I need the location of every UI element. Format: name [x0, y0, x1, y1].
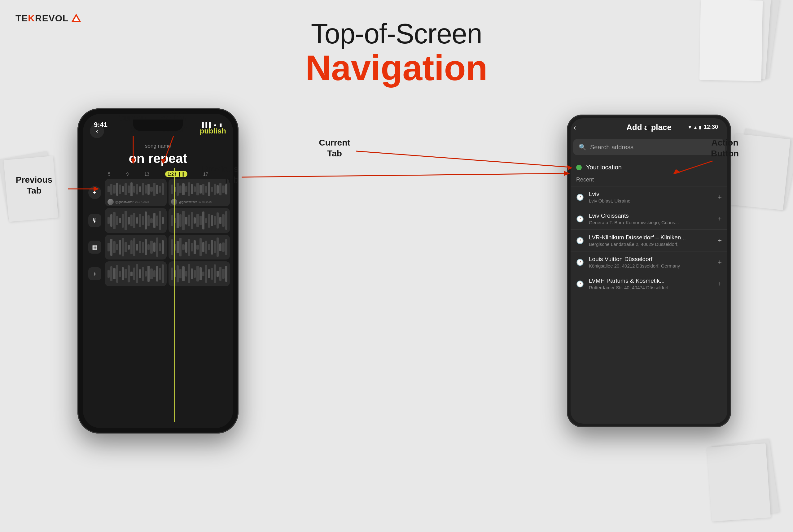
add-track-button[interactable]: + [88, 186, 101, 199]
battery-icon: ▮ [699, 125, 701, 130]
battery-icon: ▮ [219, 122, 222, 128]
add-place-button[interactable]: + [718, 215, 722, 223]
android-camera [646, 125, 652, 131]
add-place-button[interactable]: + [718, 193, 722, 201]
list-item-title: LVR-Klinikum Düsseldorf – Kliniken... [589, 234, 713, 241]
recent-section-label: Recent [571, 176, 727, 186]
your-location-text: Your location [586, 164, 622, 171]
mic-icon-button[interactable]: 🎙 [88, 214, 101, 227]
paper-tile [0, 151, 58, 221]
current-tab-arrow-android [356, 151, 570, 167]
list-item-content: Louis Vuitton Düsseldorf Königsallee 20,… [589, 256, 713, 268]
track-block-7 [105, 261, 167, 286]
timeline-marker-17: 17 [203, 172, 208, 176]
current-tab-label-android-2: Tab [327, 149, 342, 158]
list-item-subtitle: Königsallee 20, 40212 Düsseldorf, German… [589, 263, 713, 268]
track-block-1: @ghostwriter 29.07.2023 [105, 179, 167, 206]
recent-list-item[interactable]: 🕐 LVR-Klinikum Düsseldorf – Kliniken... … [571, 229, 727, 251]
recent-list-item[interactable]: 🕐 Lviv Croissants Generata T. Bora-Komor… [571, 208, 727, 229]
clock-icon: 🕐 [576, 237, 584, 244]
list-item-title: Lviv Croissants [589, 212, 713, 219]
recent-list: 🕐 Lviv Lviv Oblast, Ukraine + 🕐 Lviv Cro… [571, 186, 727, 294]
list-item-title: Louis Vuitton Düsseldorf [589, 256, 713, 263]
track-block-3 [105, 208, 167, 233]
previous-tab-label-iphone-2: Tab [27, 186, 41, 195]
list-item-title: Lviv [589, 191, 713, 197]
list-item-content: LVR-Klinikum Düsseldorf – Kliniken... Be… [589, 234, 713, 247]
timeline-marker-13: 13 [144, 172, 149, 176]
paper-tile [731, 128, 793, 209]
add-place-button[interactable]: + [718, 280, 722, 288]
previous-tab-arrow-android [242, 173, 567, 177]
wifi-icon: ▲ [212, 122, 218, 128]
mixer-icon-button[interactable]: ▦ [88, 241, 101, 253]
recent-list-item[interactable]: 🕐 Lviv Lviv Oblast, Ukraine + [571, 186, 727, 208]
clock-icon: 🕐 [576, 259, 584, 266]
iphone-time: 9:41 [94, 121, 108, 129]
track-block-6 [169, 235, 230, 260]
list-item-subtitle: Bergische Landstraße 2, 40629 Düsseldorf… [589, 242, 713, 247]
list-item-title: LVMH Parfums & Kosmetik... [589, 278, 713, 284]
recent-list-item[interactable]: 🕐 LVMH Parfums & Kosmetik... Rotterdamer… [571, 273, 727, 294]
track-block-5 [105, 235, 167, 260]
song-name-label: song name [83, 142, 233, 151]
android-mockup: ▼ ▲ ▮ 12:30 ‹ Add a place 🔍 Search addre… [567, 115, 731, 428]
android-screen: ▼ ▲ ▮ 12:30 ‹ Add a place 🔍 Search addre… [571, 118, 727, 424]
song-title: on repeat [83, 151, 233, 170]
track-username-1: @ghostwriter [115, 201, 133, 204]
clock-icon: 🕐 [576, 193, 584, 201]
location-dot-icon [576, 165, 582, 170]
timeline-cursor [174, 168, 175, 422]
track-date-1: 29.07.2023 [135, 201, 149, 204]
list-item-subtitle: Lviv Oblast, Ukraine [589, 198, 713, 204]
guitar-icon-button[interactable]: ♪ [88, 267, 101, 280]
previous-tab-label-iphone: Previous [16, 175, 52, 185]
add-place-button[interactable]: + [718, 236, 722, 245]
iphone-status-icons: ▐▐▐ ▲ ▮ [200, 122, 222, 128]
paper-tile [4, 156, 59, 222]
paper-tile [727, 133, 790, 210]
iphone-mockup: 9:41 ▐▐▐ ▲ ▮ ‹ publish song name on repe… [77, 108, 239, 434]
track-block-8 [169, 261, 230, 286]
clock-icon: 🕐 [576, 280, 584, 288]
android-search-bar[interactable]: 🔍 Search address [573, 139, 725, 155]
page-heading: Top-of-Screen Navigation [0, 19, 793, 87]
timeline-active-marker: 1:23 ❙❙ [165, 171, 187, 177]
heading-line1: Top-of-Screen [0, 19, 793, 49]
heading-line2: Navigation [0, 49, 793, 87]
clock-icon: 🕐 [576, 215, 584, 223]
add-place-button[interactable]: + [718, 258, 722, 266]
list-item-subtitle: Generata T. Bora-Komorowskiego, Gdans... [589, 220, 713, 225]
search-icon: 🔍 [579, 144, 586, 151]
android-status-bar: ▼ ▲ ▮ 12:30 [688, 124, 718, 130]
signal-icon: ▐▐▐ [200, 122, 211, 128]
paper-tile [707, 443, 771, 522]
list-item-content: Lviv Croissants Generata T. Bora-Komorow… [589, 212, 713, 225]
timeline-marker-5: 5 [108, 172, 111, 176]
current-tab-label-android: Current [319, 138, 350, 147]
track-date-2: 12.08.2023 [199, 201, 212, 204]
your-location-item[interactable]: Your location [571, 161, 727, 176]
list-item-content: Lviv Lviv Oblast, Ukraine [589, 191, 713, 204]
android-time: 12:30 [704, 124, 718, 130]
signal-icon: ▲ [693, 125, 698, 130]
android-back-button[interactable]: ‹ [574, 123, 576, 132]
status-icons: ▼ ▲ ▮ [688, 125, 701, 130]
track-username-2: @ghostwriter [179, 201, 197, 204]
track-block-2: @ghostwriter 12.08.2023 [169, 179, 230, 206]
paper-tile [711, 438, 779, 520]
track-block-4 [169, 208, 230, 233]
list-item-subtitle: Rotterdamer Str. 40, 40474 Düsseldorf [589, 285, 713, 290]
list-item-content: LVMH Parfums & Kosmetik... Rotterdamer S… [589, 278, 713, 290]
iphone-screen: 9:41 ▐▐▐ ▲ ▮ ‹ publish song name on repe… [83, 114, 233, 428]
search-placeholder-text: Search address [590, 144, 634, 151]
timeline-marker-9: 9 [126, 172, 129, 176]
wifi-icon: ▼ [688, 125, 692, 130]
recent-list-item[interactable]: 🕐 Louis Vuitton Düsseldorf Königsallee 2… [571, 251, 727, 273]
iphone-status-bar: 9:41 ▐▐▐ ▲ ▮ [94, 121, 222, 129]
